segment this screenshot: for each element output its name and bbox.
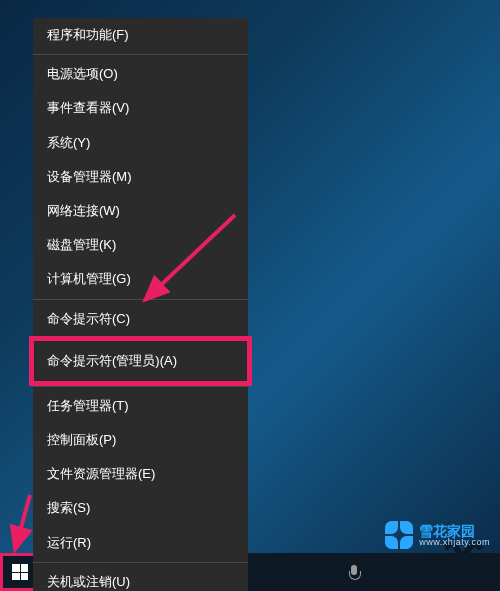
watermark-logo-icon xyxy=(385,521,413,549)
watermark-text: 雪花家园 www.xhjaty.com xyxy=(419,524,490,547)
menu-label: 设备管理器(M) xyxy=(47,169,132,184)
menu-item-task-manager[interactable]: 任务管理器(T) xyxy=(33,389,248,423)
menu-label: 事件查看器(V) xyxy=(47,100,129,115)
menu-item-computer-management[interactable]: 计算机管理(G) xyxy=(33,262,248,296)
menu-label: 运行(R) xyxy=(47,535,91,550)
menu-separator xyxy=(33,562,248,563)
menu-label: 计算机管理(G) xyxy=(47,271,131,286)
menu-label: 系统(Y) xyxy=(47,135,90,150)
menu-label: 命令提示符(管理员)(A) xyxy=(47,353,177,368)
menu-item-programs-features[interactable]: 程序和功能(F) xyxy=(33,18,248,52)
watermark: 雪花家园 www.xhjaty.com xyxy=(385,521,490,549)
menu-separator xyxy=(33,299,248,300)
menu-item-device-manager[interactable]: 设备管理器(M) xyxy=(33,160,248,194)
menu-item-search[interactable]: 搜索(S) xyxy=(33,491,248,525)
menu-separator xyxy=(33,54,248,55)
menu-item-file-explorer[interactable]: 文件资源管理器(E) xyxy=(33,457,248,491)
menu-label: 关机或注销(U) xyxy=(47,574,130,589)
windows-logo-icon xyxy=(12,564,28,580)
menu-label: 任务管理器(T) xyxy=(47,398,129,413)
menu-item-system[interactable]: 系统(Y) xyxy=(33,126,248,160)
menu-label: 磁盘管理(K) xyxy=(47,237,116,252)
menu-item-command-prompt-admin[interactable]: 命令提示符(管理员)(A) xyxy=(33,340,248,382)
winx-context-menu: 程序和功能(F) 电源选项(O) 事件查看器(V) 系统(Y) 设备管理器(M)… xyxy=(33,18,248,591)
menu-item-power-options[interactable]: 电源选项(O) xyxy=(33,57,248,91)
menu-label: 程序和功能(F) xyxy=(47,27,129,42)
menu-item-run[interactable]: 运行(R) xyxy=(33,526,248,560)
menu-label: 文件资源管理器(E) xyxy=(47,466,155,481)
menu-separator xyxy=(33,386,248,387)
watermark-url: www.xhjaty.com xyxy=(419,538,490,547)
menu-label: 网络连接(W) xyxy=(47,203,120,218)
menu-item-control-panel[interactable]: 控制面板(P) xyxy=(33,423,248,457)
menu-item-shutdown-signout[interactable]: 关机或注销(U) xyxy=(33,565,248,591)
menu-label: 控制面板(P) xyxy=(47,432,116,447)
menu-item-event-viewer[interactable]: 事件查看器(V) xyxy=(33,91,248,125)
menu-label: 搜索(S) xyxy=(47,500,90,515)
microphone-icon[interactable] xyxy=(348,565,360,581)
watermark-title: 雪花家园 xyxy=(419,524,490,538)
menu-label: 命令提示符(C) xyxy=(47,311,130,326)
menu-label: 电源选项(O) xyxy=(47,66,118,81)
svg-line-3 xyxy=(15,495,30,550)
menu-item-disk-management[interactable]: 磁盘管理(K) xyxy=(33,228,248,262)
menu-item-command-prompt[interactable]: 命令提示符(C) xyxy=(33,302,248,336)
menu-item-network-connections[interactable]: 网络连接(W) xyxy=(33,194,248,228)
